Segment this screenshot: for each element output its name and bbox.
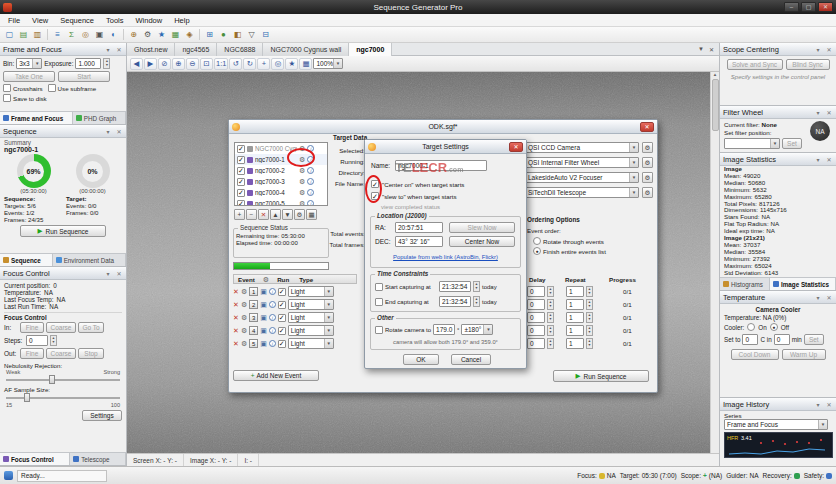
bin-select[interactable]: 3x3▼ xyxy=(16,58,42,69)
event-info-icon[interactable]: i xyxy=(269,340,276,347)
repeat-stepper[interactable]: ▲▼ xyxy=(586,325,593,336)
set-temp-input[interactable]: 0 xyxy=(742,334,758,345)
delay-stepper[interactable]: ▲▼ xyxy=(547,325,554,336)
slew-to-checkbox[interactable]: ✓ xyxy=(371,192,379,200)
target-settings-close-button[interactable]: ✕ xyxy=(509,142,523,152)
rotate-through-events-radio[interactable] xyxy=(533,237,541,245)
zoom-fit-icon[interactable]: ⊡ xyxy=(200,58,213,70)
target-info-icon[interactable]: i xyxy=(307,167,314,174)
filter-position-select[interactable]: ▼ xyxy=(724,138,780,149)
tab-telescope[interactable]: Telescope xyxy=(70,453,126,465)
cancel-button[interactable]: Cancel xyxy=(451,354,491,365)
target-name-input[interactable]: ngc7000-1 xyxy=(395,160,487,171)
target-icon[interactable]: ◎ xyxy=(79,28,92,41)
target-checkbox[interactable]: ✓ xyxy=(237,178,245,186)
tab-image-statistics[interactable]: Image Statistics xyxy=(770,278,836,290)
settings-gear-icon[interactable]: ⚙ xyxy=(141,28,154,41)
menu-file[interactable]: File xyxy=(2,16,26,25)
repeat-stepper[interactable]: ▲▼ xyxy=(586,338,593,349)
cooler-off-radio[interactable]: ● xyxy=(770,323,778,331)
finish-entire-events-radio[interactable]: ● xyxy=(533,247,541,255)
add-new-event-button[interactable]: + Add New Event xyxy=(233,370,319,381)
event-run-checkbox[interactable]: ✓ xyxy=(278,314,286,322)
camera-settings-button[interactable]: ⚙ xyxy=(642,142,653,153)
platesolve-icon[interactable]: ◈ xyxy=(183,28,196,41)
slew-now-button[interactable]: Slew Now xyxy=(449,222,515,233)
frame-and-focus-header[interactable]: Frame and Focus ▾ ✕ xyxy=(0,43,126,56)
rotate-angle-input[interactable]: 179.0 xyxy=(433,324,455,335)
sequencer-dialog-titlebar[interactable]: ODK.sgf* ✕ xyxy=(229,120,657,134)
delete-event-icon[interactable]: ✕ xyxy=(233,327,239,335)
repeat-stepper[interactable]: ▲▼ xyxy=(586,286,593,297)
target-grid-button[interactable]: ▦ xyxy=(306,209,317,220)
menu-tools[interactable]: Tools xyxy=(100,16,130,25)
doc-tab-ngc7000-cygnus-wall[interactable]: NGC7000 Cygnus wall xyxy=(263,43,349,56)
save-sequence-icon[interactable]: ▥ xyxy=(31,28,44,41)
target-info-icon[interactable]: i xyxy=(307,178,314,185)
abort-icon[interactable]: ⊘ xyxy=(158,58,171,70)
sequencer-dialog-close-button[interactable]: ✕ xyxy=(640,122,654,132)
phd-icon[interactable]: ● xyxy=(217,28,230,41)
start-capturing-checkbox[interactable] xyxy=(375,283,383,291)
event-info-icon[interactable]: i xyxy=(269,327,276,334)
event-info-icon[interactable]: i xyxy=(269,314,276,321)
event-run-checkbox[interactable]: ✓ xyxy=(278,340,286,348)
doc-tab-ngc4565[interactable]: ngc4565 xyxy=(175,43,217,56)
delay-input[interactable]: 0 xyxy=(527,325,545,336)
target-settings-gear-icon[interactable]: ⚙ xyxy=(299,189,305,196)
start-button[interactable]: Start xyxy=(58,71,110,82)
exposure-input[interactable]: 1.000 xyxy=(75,58,101,69)
panel-close-icon[interactable]: ✕ xyxy=(825,294,833,301)
steps-stepper[interactable]: ▲▼ xyxy=(50,335,57,346)
repeat-input[interactable]: 1 xyxy=(566,338,584,349)
blind-sync-button[interactable]: Blind Sync xyxy=(786,59,830,70)
slider-thumb[interactable] xyxy=(49,375,55,384)
rotate-camera-checkbox[interactable] xyxy=(375,326,383,334)
set-filter-button[interactable]: Set xyxy=(782,138,802,149)
focuser-settings-button[interactable]: ⚙ xyxy=(642,172,653,183)
event-gear-icon[interactable]: ⚙ xyxy=(241,314,247,321)
cooler-on-radio[interactable] xyxy=(747,323,755,331)
delete-event-icon[interactable]: ✕ xyxy=(233,314,239,322)
panel-close-icon[interactable]: ✕ xyxy=(825,401,833,408)
temperature-header[interactable]: Temperature ▾ ✕ xyxy=(720,291,836,304)
tab-frame-and-focus[interactable]: Frame and Focus xyxy=(0,112,73,124)
delete-event-icon[interactable]: ✕ xyxy=(233,301,239,309)
back-icon[interactable]: ◀ xyxy=(130,58,143,70)
doc-tab-ngc6888[interactable]: NGC6888 xyxy=(217,43,263,56)
take-one-button[interactable]: Take One xyxy=(3,71,55,82)
slider-thumb[interactable] xyxy=(24,393,30,402)
panel-close-icon[interactable]: ✕ xyxy=(825,156,833,163)
sequence-panel-header[interactable]: Sequence ▾ ✕ xyxy=(0,125,126,138)
target-info-icon[interactable]: i xyxy=(307,145,314,152)
in-fine-button[interactable]: Fine xyxy=(20,322,44,333)
menu-help[interactable]: Help xyxy=(168,16,195,25)
forward-icon[interactable]: ▶ xyxy=(144,58,157,70)
center-on-checkbox[interactable]: ✓ xyxy=(371,180,379,188)
telescope-select[interactable]: SiTechDll Telescope▼ xyxy=(525,187,639,198)
af-sample-size-slider[interactable] xyxy=(6,393,120,402)
close-button[interactable]: ✕ xyxy=(818,2,833,12)
target-list-item[interactable]: ✓ ngc7000-5 ⚙ i xyxy=(235,198,327,206)
grid-overlay-icon[interactable]: ▦ xyxy=(299,58,312,70)
filter-wheel-icon[interactable]: ◐ xyxy=(107,28,120,41)
crosshair-icon[interactable]: + xyxy=(257,58,270,70)
delete-target-button[interactable]: ✕ xyxy=(258,209,269,220)
menu-view[interactable]: View xyxy=(26,16,54,25)
start-time-input[interactable]: 21:32:54 xyxy=(439,281,471,292)
target-info-icon[interactable]: i xyxy=(307,156,314,163)
delay-input[interactable]: 0 xyxy=(527,338,545,349)
scrollbar-thumb[interactable] xyxy=(712,79,719,131)
minimize-button[interactable]: – xyxy=(784,2,799,12)
dec-input[interactable]: 43° 32' 16" xyxy=(395,236,443,247)
tab-histograms[interactable]: Histograms xyxy=(720,278,770,290)
panel-collapse-icon[interactable]: ▾ xyxy=(104,46,112,53)
cool-down-button[interactable]: Cool Down xyxy=(731,349,779,360)
delete-event-icon[interactable]: ✕ xyxy=(233,288,239,296)
series-select[interactable]: Frame and Focus▼ xyxy=(724,419,828,430)
target-info-icon[interactable]: i xyxy=(307,189,314,196)
zoom-level-select[interactable]: 100% ▼ xyxy=(313,58,343,69)
tab-close-icon[interactable]: ✕ xyxy=(709,46,714,53)
event-info-icon[interactable]: i xyxy=(269,301,276,308)
event-type-select[interactable]: Light▼ xyxy=(288,286,334,297)
